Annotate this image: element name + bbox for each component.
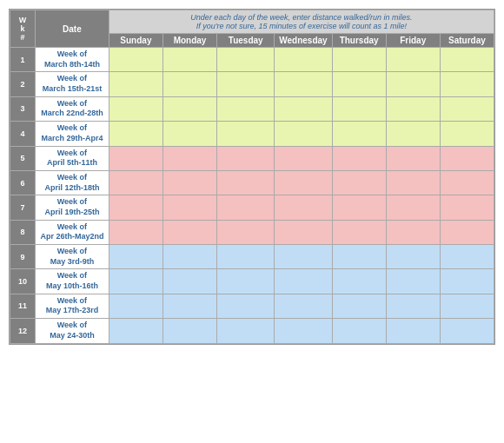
- day-cell[interactable]: [440, 170, 494, 195]
- day-cell[interactable]: [440, 269, 494, 294]
- day-cell[interactable]: [162, 170, 216, 195]
- table-row: 8Week ofApr 26th-May2nd: [10, 220, 494, 244]
- day-cell[interactable]: [332, 220, 386, 244]
- day-cell[interactable]: [217, 146, 275, 170]
- day-cell[interactable]: [275, 245, 332, 269]
- day-cell[interactable]: [275, 48, 332, 72]
- day-cell[interactable]: [275, 96, 332, 121]
- day-cell[interactable]: [332, 96, 386, 121]
- day-cell[interactable]: [162, 220, 216, 244]
- day-cell[interactable]: [275, 195, 332, 220]
- week-number: 6: [10, 170, 36, 195]
- day-cell[interactable]: [386, 72, 440, 96]
- day-cell[interactable]: [217, 269, 275, 294]
- day-cell[interactable]: [440, 294, 494, 318]
- day-cell[interactable]: [109, 319, 162, 343]
- day-cell[interactable]: [332, 170, 386, 195]
- day-cell[interactable]: [386, 96, 440, 121]
- day-cell[interactable]: [332, 294, 386, 318]
- day-cell[interactable]: [275, 269, 332, 294]
- day-cell[interactable]: [109, 195, 162, 220]
- day-cell[interactable]: [162, 48, 216, 72]
- day-cell[interactable]: [332, 146, 386, 170]
- day-cell[interactable]: [109, 170, 162, 195]
- day-cell[interactable]: [162, 269, 216, 294]
- day-cell[interactable]: [162, 319, 216, 343]
- day-cell[interactable]: [275, 220, 332, 244]
- week-number: 5: [10, 146, 36, 170]
- day-cell[interactable]: [109, 96, 162, 121]
- day-cell[interactable]: [109, 72, 162, 96]
- day-cell[interactable]: [109, 294, 162, 318]
- day-cell[interactable]: [109, 48, 162, 72]
- table-row: 5Week ofApril 5th-11th: [10, 146, 494, 170]
- day-cell[interactable]: [109, 122, 162, 146]
- day-cell[interactable]: [162, 146, 216, 170]
- week-number: 9: [10, 245, 36, 269]
- day-cell[interactable]: [217, 195, 275, 220]
- day-cell[interactable]: [332, 48, 386, 72]
- day-cell[interactable]: [332, 195, 386, 220]
- day-cell[interactable]: [162, 72, 216, 96]
- day-cell[interactable]: [275, 146, 332, 170]
- day-cell[interactable]: [386, 294, 440, 318]
- day-cell[interactable]: [162, 245, 216, 269]
- day-cell[interactable]: [217, 48, 275, 72]
- day-cell[interactable]: [162, 96, 216, 121]
- wk-header: Wk#: [10, 10, 36, 48]
- day-cell[interactable]: [109, 220, 162, 244]
- day-cell[interactable]: [386, 245, 440, 269]
- day-cell[interactable]: [109, 269, 162, 294]
- day-cell[interactable]: [217, 245, 275, 269]
- day-cell[interactable]: [386, 122, 440, 146]
- day-cell[interactable]: [386, 220, 440, 244]
- day-cell[interactable]: [217, 96, 275, 121]
- day-cell[interactable]: [109, 245, 162, 269]
- day-cell[interactable]: [275, 122, 332, 146]
- table-body: 1Week ofMarch 8th-14th2Week ofMarch 15th…: [10, 48, 494, 344]
- day-cell[interactable]: [440, 146, 494, 170]
- day-cell[interactable]: [440, 245, 494, 269]
- week-number: 12: [10, 319, 36, 343]
- day-cell[interactable]: [440, 319, 494, 343]
- day-cell[interactable]: [162, 294, 216, 318]
- day-cell[interactable]: [386, 170, 440, 195]
- day-cell[interactable]: [440, 48, 494, 72]
- week-date: Week ofMay 17th-23rd: [35, 294, 109, 318]
- week-number: 4: [10, 122, 36, 146]
- day-cell[interactable]: [217, 220, 275, 244]
- table-row: 12Week ofMay 24-30th: [10, 319, 494, 343]
- day-cell[interactable]: [162, 122, 216, 146]
- day-cell[interactable]: [217, 170, 275, 195]
- day-cell[interactable]: [332, 72, 386, 96]
- day-cell[interactable]: [217, 294, 275, 318]
- day-cell[interactable]: [275, 72, 332, 96]
- day-cell[interactable]: [217, 122, 275, 146]
- day-cell[interactable]: [332, 245, 386, 269]
- week-number: 2: [10, 72, 36, 96]
- day-cell[interactable]: [217, 72, 275, 96]
- day-cell[interactable]: [386, 269, 440, 294]
- day-cell[interactable]: [332, 269, 386, 294]
- week-number: 10: [10, 269, 36, 294]
- day-cell[interactable]: [217, 319, 275, 343]
- day-cell[interactable]: [386, 48, 440, 72]
- day-cell[interactable]: [275, 294, 332, 318]
- day-cell[interactable]: [109, 146, 162, 170]
- day-cell[interactable]: [440, 96, 494, 121]
- day-header-wednesday: Wednesday: [275, 34, 332, 48]
- day-cell[interactable]: [332, 122, 386, 146]
- day-cell[interactable]: [275, 170, 332, 195]
- day-cell[interactable]: [275, 319, 332, 343]
- day-cell[interactable]: [386, 195, 440, 220]
- week-date: Week ofApril 19th-25th: [35, 195, 109, 220]
- day-cell[interactable]: [162, 195, 216, 220]
- day-cell[interactable]: [386, 146, 440, 170]
- day-cell[interactable]: [440, 72, 494, 96]
- week-number: 1: [10, 48, 36, 72]
- day-cell[interactable]: [440, 122, 494, 146]
- day-cell[interactable]: [440, 195, 494, 220]
- day-cell[interactable]: [332, 319, 386, 343]
- day-cell[interactable]: [386, 319, 440, 343]
- day-cell[interactable]: [440, 220, 494, 244]
